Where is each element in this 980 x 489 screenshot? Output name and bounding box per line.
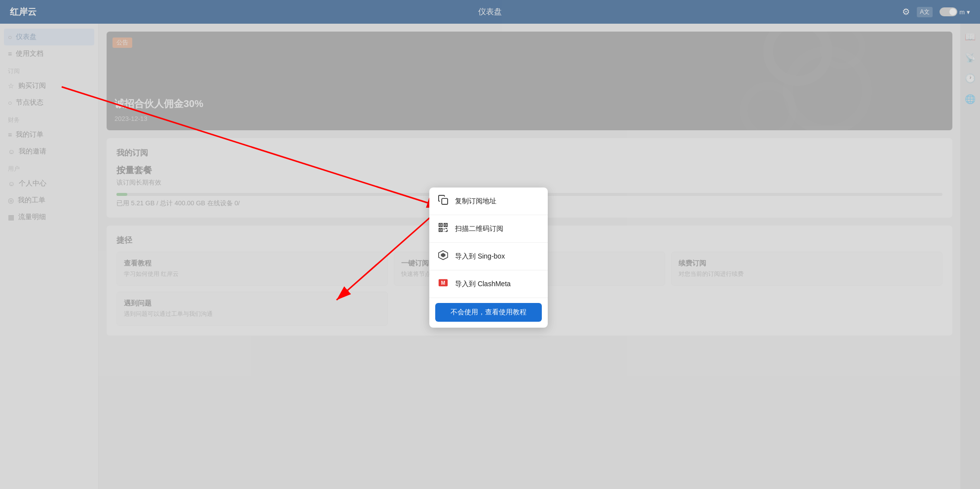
popup-item-clashmeta[interactable]: M 导入到 ClashMeta — [429, 270, 548, 298]
svg-rect-11 — [440, 225, 442, 226]
popup-item-scan-qr[interactable]: 扫描二维码订阅 — [429, 215, 548, 243]
popup-label-copy: 复制订阅地址 — [455, 197, 496, 206]
svg-rect-7 — [442, 198, 448, 204]
svg-marker-20 — [441, 253, 445, 257]
popup-item-copy-url[interactable]: 复制订阅地址 — [429, 188, 548, 215]
help-button[interactable]: 不会使用，查看使用教程 — [435, 303, 542, 322]
svg-rect-12 — [445, 225, 447, 226]
singbox-icon — [437, 250, 449, 263]
clashmeta-icon: M — [437, 277, 449, 291]
copy-icon — [437, 194, 449, 208]
qr-icon — [437, 222, 449, 235]
popup-label-singbox: 导入到 Sing-box — [455, 252, 505, 261]
popup-item-singbox[interactable]: 导入到 Sing-box — [429, 243, 548, 270]
popup-label-clashmeta: 导入到 ClashMeta — [455, 280, 511, 289]
popup-menu: 复制订阅地址 扫描二维码订阅 导入到 Sing-box — [429, 188, 548, 328]
popup-label-qr: 扫描二维码订阅 — [455, 225, 503, 233]
svg-text:M: M — [441, 280, 445, 286]
svg-rect-13 — [440, 229, 442, 231]
